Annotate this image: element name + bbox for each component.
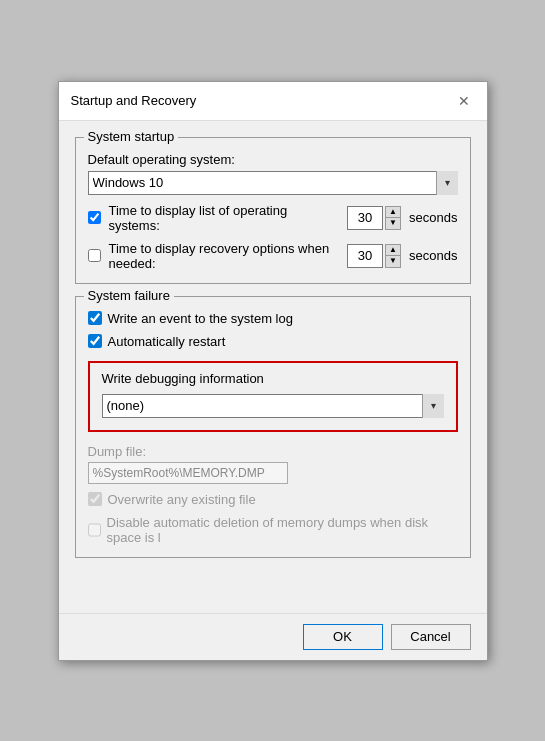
dialog-body: System startup Default operating system:… bbox=[59, 121, 487, 613]
system-startup-legend: System startup bbox=[84, 129, 179, 144]
title-bar: Startup and Recovery ✕ bbox=[59, 82, 487, 121]
write-event-log-row: Write an event to the system log bbox=[88, 311, 458, 326]
default-os-select-wrapper: Windows 10 ▾ bbox=[88, 171, 458, 195]
time-display-recovery-checkbox[interactable] bbox=[88, 249, 101, 262]
write-debugging-legend: Write debugging information bbox=[102, 371, 444, 386]
time-display-recovery-spinner-buttons: ▲ ▼ bbox=[385, 244, 401, 268]
time-display-os-down-button[interactable]: ▼ bbox=[385, 217, 401, 230]
time-display-recovery-down-button[interactable]: ▼ bbox=[385, 255, 401, 268]
write-event-log-label: Write an event to the system log bbox=[108, 311, 293, 326]
debugging-select-wrapper: (none) Small memory dump (256 KB) Kernel… bbox=[102, 394, 444, 418]
time-display-os-label: Time to display list of operating system… bbox=[109, 203, 340, 233]
auto-restart-checkbox[interactable] bbox=[88, 334, 102, 348]
overwrite-checkbox[interactable] bbox=[88, 492, 102, 506]
startup-recovery-dialog: Startup and Recovery ✕ System startup De… bbox=[58, 81, 488, 661]
time-display-recovery-input[interactable]: 30 bbox=[347, 244, 383, 268]
system-failure-legend: System failure bbox=[84, 288, 174, 303]
write-event-log-checkbox[interactable] bbox=[88, 311, 102, 325]
dump-file-label: Dump file: bbox=[88, 444, 458, 459]
auto-restart-row: Automatically restart bbox=[88, 334, 458, 349]
dump-file-section: Dump file: %SystemRoot%\MEMORY.DMP bbox=[88, 444, 458, 484]
debugging-select[interactable]: (none) Small memory dump (256 KB) Kernel… bbox=[102, 394, 444, 418]
time-display-recovery-spinner: 30 ▲ ▼ bbox=[347, 244, 401, 268]
ok-button[interactable]: OK bbox=[303, 624, 383, 650]
time-display-os-checkbox[interactable] bbox=[88, 211, 101, 224]
disable-auto-row: Disable automatic deletion of memory dum… bbox=[88, 515, 458, 545]
time-display-os-spinner-buttons: ▲ ▼ bbox=[385, 206, 401, 230]
time-display-recovery-suffix: seconds bbox=[409, 248, 457, 263]
overwrite-row: Overwrite any existing file bbox=[88, 492, 458, 507]
disable-auto-checkbox[interactable] bbox=[88, 523, 101, 537]
cancel-button[interactable]: Cancel bbox=[391, 624, 471, 650]
write-debugging-box: Write debugging information (none) Small… bbox=[88, 361, 458, 432]
time-display-recovery-up-button[interactable]: ▲ bbox=[385, 244, 401, 256]
system-failure-group: System failure Write an event to the sys… bbox=[75, 296, 471, 558]
dialog-title: Startup and Recovery bbox=[71, 93, 197, 108]
time-display-os-row: Time to display list of operating system… bbox=[88, 203, 458, 233]
disable-auto-label: Disable automatic deletion of memory dum… bbox=[107, 515, 458, 545]
close-button[interactable]: ✕ bbox=[453, 90, 475, 112]
default-os-select[interactable]: Windows 10 bbox=[88, 171, 458, 195]
time-display-recovery-label: Time to display recovery options when ne… bbox=[109, 241, 340, 271]
auto-restart-label: Automatically restart bbox=[108, 334, 226, 349]
system-startup-group: System startup Default operating system:… bbox=[75, 137, 471, 284]
time-display-os-input[interactable]: 30 bbox=[347, 206, 383, 230]
overwrite-label: Overwrite any existing file bbox=[108, 492, 256, 507]
time-display-os-up-button[interactable]: ▲ bbox=[385, 206, 401, 218]
time-display-os-spinner: 30 ▲ ▼ bbox=[347, 206, 401, 230]
default-os-label: Default operating system: bbox=[88, 152, 458, 167]
system-startup-content: Default operating system: Windows 10 ▾ T… bbox=[88, 152, 458, 271]
dialog-footer: OK Cancel bbox=[59, 613, 487, 660]
time-display-os-suffix: seconds bbox=[409, 210, 457, 225]
dump-file-input[interactable]: %SystemRoot%\MEMORY.DMP bbox=[88, 462, 288, 484]
system-failure-content: Write an event to the system log Automat… bbox=[88, 311, 458, 545]
default-os-label-row: Default operating system: Windows 10 ▾ bbox=[88, 152, 458, 195]
time-display-recovery-row: Time to display recovery options when ne… bbox=[88, 241, 458, 271]
